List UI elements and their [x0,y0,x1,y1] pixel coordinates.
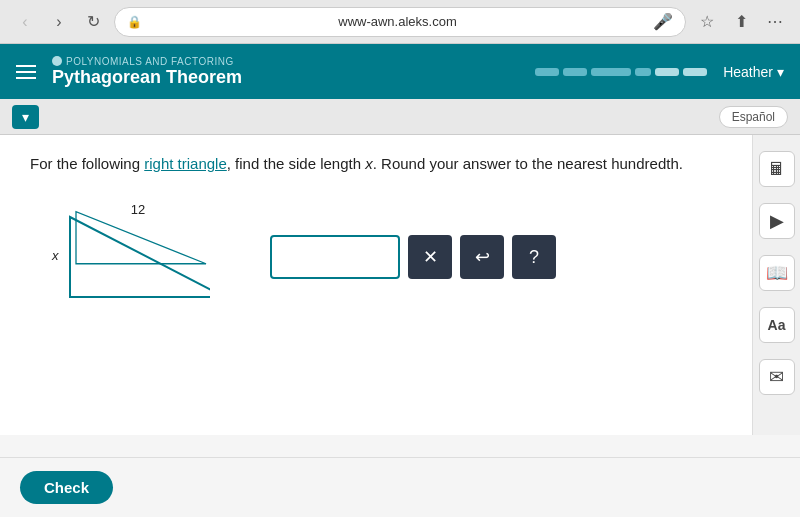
calculator-button[interactable]: 🖩 [759,151,795,187]
progress-seg-6 [683,68,707,76]
check-label: Check [44,479,89,496]
lock-icon: 🔒 [127,15,142,29]
page-title: Pythagorean Theorem [52,67,519,88]
video-icon: ▶ [770,210,784,232]
app-header: POLYNOMIALS AND FACTORING Pythagorean Th… [0,44,800,99]
dropdown-icon: ▾ [22,109,29,125]
bookmark-button[interactable]: ☆ [694,9,720,35]
share-button[interactable]: ⬆ [728,9,754,35]
user-name: Heather [723,64,773,80]
question-suffix: , find the side length [227,155,365,172]
video-button[interactable]: ▶ [759,203,795,239]
side-top-label: 12 [131,202,145,217]
main-content: For the following right triangle, find t… [0,135,800,435]
subtitle-text: POLYNOMIALS AND FACTORING [66,56,234,67]
help-icon: ? [529,247,539,268]
text-size-icon: Aa [768,317,786,333]
triangle-area: 12 10 x ✕ ↩ ? [30,202,770,312]
clear-icon: ✕ [423,246,438,268]
more-button[interactable]: ⋯ [762,9,788,35]
undo-icon: ↩ [475,246,490,268]
question-var: x [365,155,373,172]
clear-button[interactable]: ✕ [408,235,452,279]
progress-seg-1 [535,68,559,76]
browser-bar: ‹ › ↻ 🔒 www-awn.aleks.com 🎤 ☆ ⬆ ⋯ [0,0,800,44]
mail-button[interactable]: ✉ [759,359,795,395]
browser-actions: ☆ ⬆ ⋯ [694,9,788,35]
question-text: For the following right triangle, find t… [30,155,770,172]
user-menu-button[interactable]: Heather ▾ [723,64,784,80]
bottom-bar: Check [0,457,800,517]
right-triangle-link[interactable]: right triangle [144,155,227,172]
forward-button[interactable]: › [46,9,72,35]
espanol-button[interactable]: Español [719,106,788,128]
triangle-diagram: 12 10 x [50,202,210,312]
right-sidebar: 🖩 ▶ 📖 Aa ✉ [752,135,800,435]
aleks-icon [52,56,62,66]
side-x-label: x [51,248,59,263]
mic-icon[interactable]: 🎤 [653,12,673,31]
help-button[interactable]: ? [512,235,556,279]
topic-dropdown-button[interactable]: ▾ [12,105,39,129]
header-subtitle: POLYNOMIALS AND FACTORING [52,56,519,67]
sub-toolbar: ▾ Español [0,99,800,135]
progress-seg-5 [655,68,679,76]
answer-input[interactable] [270,235,400,279]
calculator-icon: 🖩 [768,159,786,180]
user-dropdown-icon: ▾ [777,64,784,80]
address-bar[interactable]: 🔒 www-awn.aleks.com 🎤 [114,7,686,37]
back-button[interactable]: ‹ [12,9,38,35]
progress-bar [535,68,707,76]
text-size-button[interactable]: Aa [759,307,795,343]
hamburger-button[interactable] [16,65,36,79]
book-icon: 📖 [766,262,788,284]
check-button[interactable]: Check [20,471,113,504]
refresh-button[interactable]: ↻ [80,9,106,35]
undo-button[interactable]: ↩ [460,235,504,279]
progress-seg-3 [591,68,631,76]
svg-marker-0 [76,212,206,264]
progress-seg-4 [635,68,651,76]
mail-icon: ✉ [769,366,784,388]
question-prefix: For the following [30,155,144,172]
header-title-group: POLYNOMIALS AND FACTORING Pythagorean Th… [52,56,519,88]
url-text: www-awn.aleks.com [148,14,647,29]
answer-area: ✕ ↩ ? [270,235,556,279]
question-suffix2: . Round your answer to the nearest hundr… [373,155,683,172]
progress-seg-2 [563,68,587,76]
book-button[interactable]: 📖 [759,255,795,291]
espanol-label: Español [732,110,775,124]
